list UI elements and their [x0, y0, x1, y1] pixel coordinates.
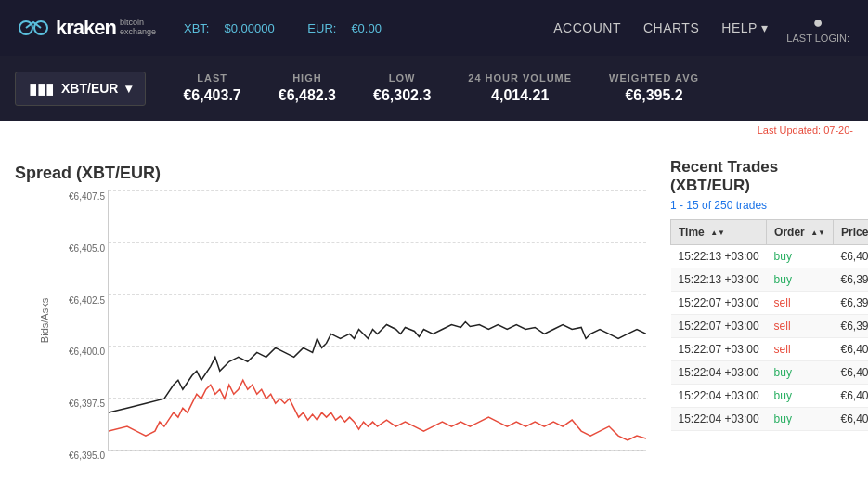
trade-price: €6,404.0	[833, 385, 868, 408]
charts-link[interactable]: CHARTS	[643, 20, 699, 35]
user-area: ● LAST LOGIN:	[786, 13, 849, 44]
trade-price: €6,397.0	[833, 292, 868, 315]
table-row: 15:22:04 +03:00buy€6,404.2	[671, 361, 869, 385]
low-value: €6,302.3	[373, 87, 431, 104]
trade-time: 15:22:13 +03:00	[671, 245, 767, 268]
table-header-row: Time ▲▼ Order ▲▼ Price ▲▼	[671, 220, 869, 245]
table-row: 15:22:07 +03:00sell€6,397.1	[671, 315, 869, 338]
logo-area: kraken bitcoin exchange	[19, 16, 156, 40]
high-value: €6,482.3	[279, 87, 336, 104]
y-axis-label: Bids/Asks	[39, 298, 50, 343]
y-label-1: €6,407.5	[69, 191, 105, 202]
ticker-low: LOW €6,302.3	[373, 72, 431, 104]
help-dropdown-icon: ▾	[761, 20, 769, 35]
help-link[interactable]: HELP ▾	[721, 20, 768, 35]
table-row: 15:22:13 +03:00buy€6,397.0	[671, 268, 869, 292]
kraken-logo-icon	[19, 17, 48, 39]
trade-order: buy	[767, 245, 834, 268]
trade-order: sell	[767, 338, 834, 361]
ticker-bar: ▮▮▮ XBT/EUR ▾ LAST €6,403.7 HIGH €6,482.…	[0, 56, 868, 121]
volume-value: 4,014.21	[491, 87, 549, 104]
trade-order: sell	[767, 315, 834, 338]
trade-time: 15:22:04 +03:00	[671, 408, 767, 431]
th-time[interactable]: Time ▲▼	[671, 220, 767, 245]
time-header-label: Time	[679, 226, 705, 239]
y-label-5: €6,397.5	[69, 399, 105, 409]
trade-time: 15:22:07 +03:00	[671, 292, 767, 315]
ticker-last: LAST €6,403.7	[183, 72, 240, 104]
y-label-4: €6,400.0	[69, 347, 105, 357]
trade-price: €6,403.7	[833, 245, 868, 268]
trade-order: buy	[767, 361, 834, 385]
chart-area: Spread (XBT/EUR) Bids/Asks €6,407.5 €6,4…	[0, 145, 661, 484]
trade-price: €6,403.6	[833, 408, 868, 431]
low-label: LOW	[389, 72, 416, 84]
table-row: 15:22:13 +03:00buy€6,403.7	[671, 245, 869, 268]
trade-price: €6,397.1	[833, 315, 868, 338]
order-sort-icon[interactable]: ▲▼	[810, 229, 825, 237]
table-row: 15:22:04 +03:00buy€6,403.6	[671, 408, 869, 431]
top-navigation: kraken bitcoin exchange XBT: $0.00000 EU…	[0, 0, 868, 56]
trade-order: buy	[767, 268, 834, 292]
y-label-2: €6,405.0	[69, 243, 105, 254]
trades-area: Recent Trades (XBT/EUR) 1 - 15 of 250 tr…	[661, 145, 868, 484]
trade-order: buy	[767, 408, 834, 431]
spread-chart-svg	[109, 190, 646, 450]
chart-wrapper: Bids/Asks €6,407.5 €6,405.0 €6,402.5 €6,…	[61, 190, 646, 451]
eur-value: €0.00	[351, 21, 382, 35]
trade-price: €6,404.2	[833, 361, 868, 385]
nav-links: ACCOUNT CHARTS HELP ▾	[553, 20, 768, 35]
selected-pair: XBT/EUR	[61, 81, 118, 96]
y-label-3: €6,402.5	[69, 295, 105, 306]
logo-subtitle: bitcoin exchange	[120, 19, 156, 37]
trade-time: 15:22:13 +03:00	[671, 268, 767, 292]
trade-price: €6,400.1	[833, 338, 868, 361]
trades-count: 1 - 15 of 250 trades	[670, 199, 859, 212]
order-header-label: Order	[774, 226, 805, 239]
price-header-label: Price	[841, 226, 868, 239]
pair-selector[interactable]: ▮▮▮ XBT/EUR ▾	[15, 72, 146, 106]
trades-table: Time ▲▼ Order ▲▼ Price ▲▼ 15:22:13 +03:0…	[670, 219, 868, 431]
ticker-wavg: WEIGHTED AVG €6,395.2	[609, 72, 699, 104]
pair-dropdown-icon: ▾	[125, 81, 132, 96]
trade-time: 15:22:07 +03:00	[671, 338, 767, 361]
ticker-volume: 24 HOUR VOLUME 4,014.21	[468, 72, 572, 104]
chart-bars-icon: ▮▮▮	[29, 80, 54, 98]
high-label: HIGH	[292, 72, 322, 84]
th-price[interactable]: Price ▲▼	[833, 220, 868, 245]
trade-price: €6,397.0	[833, 268, 868, 292]
time-sort-icon[interactable]: ▲▼	[710, 229, 725, 237]
th-order[interactable]: Order ▲▼	[767, 220, 834, 245]
last-login-label: LAST LOGIN:	[786, 33, 849, 44]
logo-text: kraken	[56, 16, 116, 40]
wavg-value: €6,395.2	[625, 87, 682, 104]
trade-order: buy	[767, 385, 834, 408]
chart-container: €6,407.5 €6,405.0 €6,402.5 €6,400.0 €6,3…	[108, 190, 646, 451]
table-row: 15:22:07 +03:00sell€6,397.0	[671, 292, 869, 315]
y-label-6: €6,395.0	[69, 451, 105, 461]
account-link[interactable]: ACCOUNT	[553, 20, 621, 35]
xbt-label: XBT:	[184, 21, 209, 35]
trade-time: 15:22:07 +03:00	[671, 315, 767, 338]
ticker-high: HIGH €6,482.3	[279, 72, 336, 104]
volume-label: 24 HOUR VOLUME	[468, 72, 572, 84]
trade-order: sell	[767, 292, 834, 315]
spread-title: Spread (XBT/EUR)	[15, 164, 646, 183]
trade-time: 15:22:04 +03:00	[671, 385, 767, 408]
trades-title: Recent Trades (XBT/EUR)	[670, 158, 859, 195]
table-row: 15:22:04 +03:00buy€6,404.0	[671, 385, 869, 408]
main-content: Spread (XBT/EUR) Bids/Asks €6,407.5 €6,4…	[0, 136, 868, 484]
table-row: 15:22:07 +03:00sell€6,400.1	[671, 338, 869, 361]
wavg-label: WEIGHTED AVG	[609, 72, 699, 84]
last-value: €6,403.7	[183, 87, 240, 104]
last-updated: Last Updated: 07-20-	[0, 121, 868, 136]
xbt-value: $0.00000	[224, 21, 274, 35]
grid-line-6: €6,395.0	[109, 450, 646, 451]
last-label: LAST	[197, 72, 227, 84]
balance-display: XBT: $0.00000 EUR: €0.00	[184, 21, 382, 35]
eur-label: EUR:	[307, 21, 336, 35]
user-icon: ●	[813, 13, 823, 33]
trade-time: 15:22:04 +03:00	[671, 361, 767, 385]
